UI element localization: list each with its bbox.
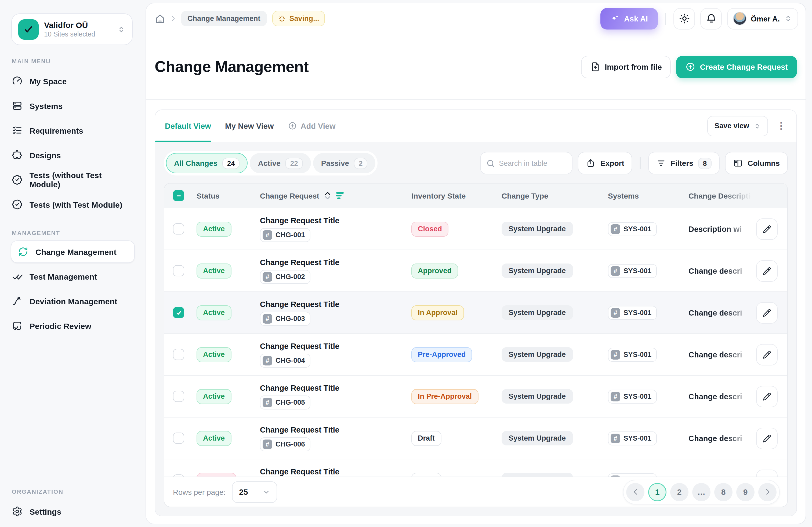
change-request-code-chip: # CHG-001 xyxy=(260,228,310,242)
divider xyxy=(640,157,641,169)
status-badge: Active xyxy=(197,263,231,278)
user-menu[interactable]: Ömer A. xyxy=(727,8,798,29)
app-root: Validfor OÜ 10 Sites selected MAIN MENU … xyxy=(0,0,812,527)
theme-toggle-button[interactable] xyxy=(673,8,695,29)
notifications-button[interactable] xyxy=(700,8,722,29)
sidebar-item-my-space[interactable]: My Space xyxy=(0,69,146,93)
edit-row-button[interactable] xyxy=(756,427,778,449)
column-filter-icon[interactable] xyxy=(336,192,344,199)
home-breadcrumb[interactable] xyxy=(155,13,165,24)
plus-circle-icon xyxy=(685,62,696,72)
column-header-systems[interactable]: Systems xyxy=(608,191,688,200)
rows-per-page-label: Rows per page: xyxy=(173,487,226,496)
change-type-chip: System Upgrade xyxy=(502,473,573,477)
row-checkbox[interactable] xyxy=(173,265,184,276)
system-chip: # SYS-001 xyxy=(608,347,657,361)
check-logo-icon xyxy=(23,24,34,35)
sidebar-item-periodic-review[interactable]: Periodic Review xyxy=(0,313,146,338)
column-header-description[interactable]: Change Description xyxy=(688,191,756,200)
table-row[interactable]: Active Change Request Title # CHG-003 In… xyxy=(164,292,787,334)
table-row[interactable]: Active Change Request Title # CHG-001 Cl… xyxy=(164,208,787,250)
gauge-icon xyxy=(12,76,23,86)
rows-per-page-select[interactable]: 25 xyxy=(232,481,277,502)
sidebar-item-tests-without-test-module[interactable]: Tests (without Test Module) xyxy=(0,167,146,192)
filters-button[interactable]: Filters 8 xyxy=(648,152,720,175)
next-page-button[interactable] xyxy=(758,483,777,501)
edit-row-button[interactable] xyxy=(756,469,778,477)
export-button[interactable]: Export xyxy=(578,152,632,175)
sidebar-item-tests-with-test-module[interactable]: Tests (with Test Module) xyxy=(0,192,146,217)
sort-control[interactable] xyxy=(325,191,331,200)
change-request-code-chip: # CHG-006 xyxy=(260,437,310,451)
pencil-icon xyxy=(762,308,772,317)
table-row[interactable]: Active Change Request Title # CHG-006 Dr… xyxy=(164,418,787,460)
edit-row-button[interactable] xyxy=(756,302,778,323)
chevron-left-icon xyxy=(631,488,639,496)
table-row[interactable]: Active Change Request Title # CHG-004 Pr… xyxy=(164,334,787,376)
tab-add-view[interactable]: Add View xyxy=(288,110,336,142)
filter-chip-all-changes[interactable]: All Changes 24 xyxy=(166,153,248,174)
pencil-icon xyxy=(762,391,772,401)
row-checkbox[interactable] xyxy=(173,391,184,402)
sidebar-item-systems[interactable]: Systems xyxy=(0,93,146,118)
column-header-status[interactable]: Status xyxy=(197,191,260,200)
edit-row-button[interactable] xyxy=(756,344,778,365)
sidebar-item-settings[interactable]: Settings xyxy=(0,499,146,524)
sidebar-item-test-management[interactable]: Test Management xyxy=(0,264,146,289)
edit-row-button[interactable] xyxy=(756,386,778,407)
org-selector[interactable]: Validfor OÜ 10 Sites selected xyxy=(11,13,133,45)
page-ellipsis[interactable]: … xyxy=(692,483,710,501)
status-badge: Active xyxy=(197,431,231,446)
home-icon xyxy=(155,13,165,24)
change-request-title: Change Request Title xyxy=(260,216,411,225)
filter-chip-active[interactable]: Active 22 xyxy=(250,153,311,174)
column-header-change-type[interactable]: Change Type xyxy=(502,191,608,200)
chevron-updown-icon xyxy=(753,122,761,130)
inventory-state-badge: In Pre-Approval xyxy=(411,389,478,404)
breadcrumb[interactable]: Change Management xyxy=(181,11,267,26)
gear-icon xyxy=(12,506,23,517)
column-header-change-request[interactable]: Change Request xyxy=(260,191,411,200)
row-checkbox[interactable] xyxy=(173,307,184,318)
row-checkbox[interactable] xyxy=(173,475,184,477)
sidebar-item-designs[interactable]: Designs xyxy=(0,143,146,167)
tab-my-new-view[interactable]: My New View xyxy=(225,110,274,142)
create-change-request-button[interactable]: Create Change Request xyxy=(677,56,797,78)
more-options-button[interactable]: ⋮ xyxy=(773,119,789,133)
column-header-inventory-state[interactable]: Inventory State xyxy=(411,191,502,200)
status-badge: Active xyxy=(197,305,231,320)
row-checkbox[interactable] xyxy=(173,223,184,235)
save-view-button[interactable]: Save view xyxy=(708,116,768,136)
columns-button[interactable]: Columns xyxy=(725,152,788,175)
change-request-code-chip: # CHG-003 xyxy=(260,312,310,326)
puzzle-icon xyxy=(12,150,23,161)
edit-row-button[interactable] xyxy=(756,218,778,240)
tab-default-view[interactable]: Default View xyxy=(165,110,211,142)
table-row[interactable]: Active Change Request Title # CHG-005 In… xyxy=(164,376,787,418)
org-name: Validfor OÜ xyxy=(44,20,112,30)
page-button-8[interactable]: 8 xyxy=(714,483,733,501)
sidebar-item-change-management[interactable]: Change Management xyxy=(11,240,135,263)
page-button-2[interactable]: 2 xyxy=(670,483,688,501)
sidebar-section-label: MAIN MENU xyxy=(12,58,146,64)
ask-ai-button[interactable]: Ask AI xyxy=(600,8,657,29)
previous-page-button[interactable] xyxy=(626,483,644,501)
change-request-title: Change Request Title xyxy=(260,467,411,476)
system-chip: # SYS-001 xyxy=(608,222,657,236)
row-checkbox[interactable] xyxy=(173,349,184,360)
filter-chip-passive[interactable]: Passive 2 xyxy=(313,153,376,174)
page-button-1[interactable]: 1 xyxy=(648,483,666,501)
sidebar-item-requirements[interactable]: Requirements xyxy=(0,118,146,143)
select-all-checkbox[interactable] xyxy=(173,190,184,201)
row-checkbox[interactable] xyxy=(173,433,184,444)
table-row[interactable]: Passive Change Request Title # Draft Sys… xyxy=(164,460,787,477)
table-search xyxy=(480,152,572,175)
import-from-file-button[interactable]: Import from file xyxy=(581,56,671,78)
page-button-9[interactable]: 9 xyxy=(736,483,755,501)
change-request-title: Change Request Title xyxy=(260,258,411,267)
pencil-icon xyxy=(762,475,772,477)
change-description: Change descri xyxy=(688,267,756,275)
sidebar-item-deviation-management[interactable]: Deviation Management xyxy=(0,289,146,313)
table-row[interactable]: Active Change Request Title # CHG-002 Ap… xyxy=(164,250,787,292)
edit-row-button[interactable] xyxy=(756,260,778,282)
